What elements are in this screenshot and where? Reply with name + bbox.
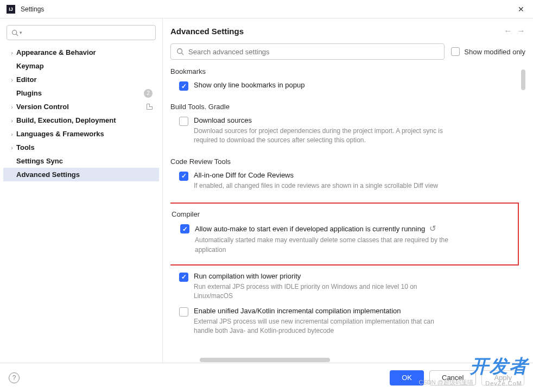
sidebar-item-languages[interactable]: › Languages & Frameworks [3, 127, 159, 141]
show-modified-checkbox[interactable] [451, 47, 460, 56]
sidebar-item-label: Advanced Settings [16, 170, 80, 179]
reset-icon[interactable]: ↺ [429, 224, 436, 233]
scrollbar-vertical[interactable] [521, 69, 525, 90]
window-title: Settings [21, 5, 44, 13]
apply-button[interactable]: Apply [481, 370, 524, 385]
section-title: Compiler [172, 210, 513, 218]
section-compiler-rest: Run compilation with lower priority Run … [170, 272, 519, 336]
option-unified-incremental[interactable]: Enable unified Java/Kotlin incremental c… [170, 307, 519, 336]
section-bookmarks: Bookmarks Show only line bookmarks in po… [170, 67, 519, 91]
project-scope-icon [147, 104, 153, 110]
content-pane: Advanced Settings ← → Show modified only… [163, 18, 533, 363]
option-label: Allow auto-make to start even if develop… [195, 224, 513, 233]
svg-point-0 [12, 30, 17, 34]
search-icon [176, 48, 184, 55]
chevron-right-icon: › [8, 49, 16, 56]
option-show-line-bookmarks[interactable]: Show only line bookmarks in popup [170, 81, 519, 91]
checkbox[interactable] [179, 307, 188, 317]
advanced-search-input[interactable] [188, 48, 439, 56]
plugins-badge: 2 [144, 89, 153, 98]
option-download-sources[interactable]: Download sources Download sources for pr… [170, 116, 519, 146]
option-allow-auto-make[interactable]: Allow auto-make to start even if develop… [170, 224, 513, 255]
sidebar-item-editor[interactable]: › Editor [3, 73, 159, 86]
option-description: External JPS process will use new increm… [194, 317, 454, 336]
close-icon[interactable]: ✕ [516, 3, 526, 16]
cancel-button[interactable]: Cancel [429, 370, 476, 385]
sidebar-item-label: Keymap [16, 62, 44, 70]
sidebar-item-label: Settings Sync [16, 157, 63, 165]
option-label: Download sources [194, 116, 519, 124]
checkbox[interactable] [179, 81, 188, 91]
option-all-in-one-diff[interactable]: All-in-one Diff for Code Reviews If enab… [170, 171, 519, 191]
option-label: Run compilation with lower priority [194, 272, 519, 280]
search-dropdown-icon[interactable]: ▾ [20, 30, 22, 35]
sidebar-item-label: Languages & Frameworks [16, 130, 104, 138]
sidebar-item-label: Tools [16, 143, 35, 151]
content-header: Advanced Settings ← → [170, 26, 525, 36]
nav-forward-icon[interactable]: → [517, 26, 525, 36]
option-lower-priority[interactable]: Run compilation with lower priority Run … [170, 272, 519, 301]
sidebar-item-plugins[interactable]: Plugins 2 [3, 86, 159, 100]
sidebar-item-label: Plugins [16, 89, 42, 97]
chevron-right-icon: › [8, 144, 16, 151]
checkbox[interactable] [180, 224, 189, 233]
chevron-right-icon: › [8, 104, 16, 110]
sidebar-search-input[interactable] [26, 29, 151, 37]
sidebar-item-label: Build, Execution, Deployment [16, 116, 116, 124]
section-title: Code Review Tools [170, 157, 519, 166]
page-title: Advanced Settings [170, 27, 244, 36]
highlighted-section: Compiler Allow auto-make to start even i… [170, 203, 519, 265]
sidebar-item-keymap[interactable]: Keymap [3, 59, 159, 73]
option-description: If enabled, all changed files in code re… [194, 181, 454, 191]
option-label: Enable unified Java/Kotlin incremental c… [194, 307, 519, 315]
show-modified-only[interactable]: Show modified only [451, 47, 525, 56]
svg-line-3 [182, 53, 184, 55]
option-description: Download sources for project dependencie… [194, 127, 454, 146]
nav-back-icon[interactable]: ← [504, 26, 512, 36]
advanced-settings-search[interactable] [170, 43, 445, 60]
sidebar-item-tools[interactable]: › Tools [3, 141, 159, 154]
chevron-right-icon: › [8, 117, 16, 124]
checkbox[interactable] [179, 273, 188, 282]
sidebar-search[interactable]: ▾ [7, 25, 156, 40]
sidebar-item-appearance[interactable]: › Appearance & Behavior [3, 46, 159, 59]
option-description: Automatically started make may eventuall… [195, 236, 455, 255]
scrollbar-horizontal[interactable] [178, 357, 509, 363]
ok-button[interactable]: OK [390, 370, 424, 385]
section-title: Bookmarks [170, 67, 519, 75]
svg-line-1 [16, 34, 18, 35]
sidebar-item-build[interactable]: › Build, Execution, Deployment [3, 113, 159, 127]
titlebar: IJ Settings ✕ [0, 0, 533, 18]
section-title: Build Tools. Gradle [170, 103, 519, 111]
chevron-right-icon: › [8, 77, 16, 83]
section-gradle: Build Tools. Gradle Download sources Dow… [170, 103, 519, 146]
sidebar-item-label: Version Control [16, 103, 69, 111]
svg-point-2 [177, 49, 182, 54]
sidebar: ▾ › Appearance & Behavior Keymap › Edito… [0, 18, 163, 363]
sidebar-item-version-control[interactable]: › Version Control [3, 100, 159, 113]
option-label: All-in-one Diff for Code Reviews [194, 171, 519, 179]
chevron-right-icon: › [8, 131, 16, 137]
option-description: Run external JPS process with IDLE prior… [194, 282, 454, 301]
dialog-footer: ? OK Cancel Apply [0, 363, 533, 392]
checkbox[interactable] [179, 172, 188, 181]
sidebar-item-label: Editor [16, 75, 37, 84]
app-logo: IJ [7, 5, 15, 14]
show-modified-label: Show modified only [464, 48, 525, 56]
sidebar-item-settings-sync[interactable]: Settings Sync [3, 154, 159, 168]
sidebar-item-advanced-settings[interactable]: Advanced Settings [3, 168, 159, 181]
sidebar-item-label: Appearance & Behavior [16, 48, 96, 56]
section-code-review: Code Review Tools All-in-one Diff for Co… [170, 157, 519, 191]
option-label: Show only line bookmarks in popup [194, 81, 519, 89]
search-icon [11, 29, 18, 36]
help-icon[interactable]: ? [9, 372, 20, 383]
checkbox[interactable] [179, 117, 188, 126]
